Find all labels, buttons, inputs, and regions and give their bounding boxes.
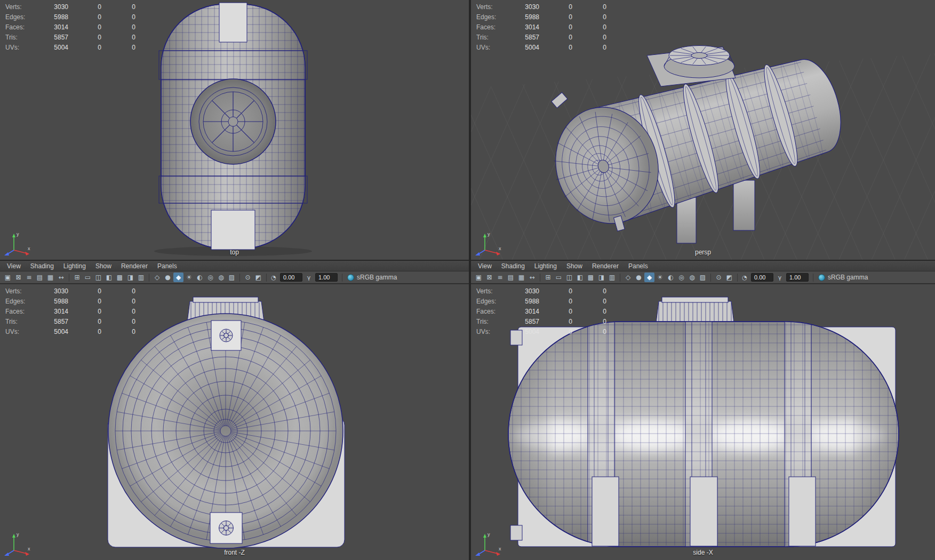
- menu-lighting[interactable]: Lighting: [59, 262, 91, 270]
- exposure-field[interactable]: 0.00: [751, 273, 773, 282]
- shaded-icon[interactable]: ●: [634, 273, 644, 282]
- camera-attributes-icon[interactable]: ≡: [24, 273, 34, 282]
- menu-view[interactable]: View: [473, 262, 497, 270]
- use-all-lights-icon[interactable]: ☀: [655, 273, 665, 282]
- pan-zoom-icon[interactable]: ↔: [527, 273, 537, 282]
- gamma-icon[interactable]: γ: [776, 274, 784, 281]
- menu-renderer[interactable]: Renderer: [587, 262, 624, 270]
- textured-icon[interactable]: ◆: [173, 273, 183, 282]
- toolbar-separator: [813, 274, 813, 282]
- xray-icon[interactable]: ◩: [253, 273, 263, 282]
- hud-value: 0: [539, 33, 572, 43]
- toolbar-separator: [710, 274, 711, 282]
- multisample-icon[interactable]: ▨: [698, 273, 708, 282]
- select-camera-icon[interactable]: ▣: [474, 273, 484, 282]
- horizontal-panel-divider[interactable]: [0, 260, 935, 261]
- tank-leg: [677, 197, 696, 243]
- lock-camera-icon[interactable]: ⊠: [484, 273, 494, 282]
- film-gate-icon[interactable]: ▭: [83, 273, 93, 282]
- safe-action-icon[interactable]: ◨: [125, 273, 135, 282]
- menu-view[interactable]: View: [2, 262, 26, 270]
- multisample-icon[interactable]: ▨: [227, 273, 237, 282]
- view-transform-control[interactable]: sRGB gamma: [818, 274, 868, 281]
- exposure-icon[interactable]: ◔: [269, 274, 278, 281]
- hud-value: 0: [539, 2, 572, 12]
- hud-value: 0: [572, 286, 606, 297]
- hud-label: Verts:: [476, 286, 509, 297]
- pan-zoom-icon[interactable]: ↔: [56, 273, 66, 282]
- isolate-select-icon[interactable]: ⊙: [714, 273, 724, 282]
- hud-row-faces: Faces:301400: [476, 307, 606, 317]
- menu-panels[interactable]: Panels: [153, 262, 182, 270]
- menu-lighting[interactable]: Lighting: [530, 262, 562, 270]
- image-plane-icon[interactable]: ▦: [516, 273, 526, 282]
- hud-row-faces: Faces:301400: [5, 307, 135, 317]
- menu-show[interactable]: Show: [91, 262, 116, 270]
- gate-mask-icon[interactable]: ◧: [575, 273, 585, 282]
- shadows-icon[interactable]: ◐: [195, 273, 205, 282]
- viewport-top[interactable]: Verts:303000 Edges:598800 Faces:301400 T…: [0, 0, 469, 260]
- hud-value: 5857: [38, 317, 68, 327]
- gamma-field[interactable]: 1.00: [786, 273, 809, 282]
- use-all-lights-icon[interactable]: ☀: [184, 273, 194, 282]
- film-gate-icon[interactable]: ▭: [554, 273, 564, 282]
- gamma-icon[interactable]: γ: [305, 274, 313, 281]
- textured-icon[interactable]: ◆: [644, 273, 654, 282]
- menu-show[interactable]: Show: [562, 262, 587, 270]
- hud-value: 5988: [509, 12, 539, 22]
- menu-shading[interactable]: Shading: [26, 262, 59, 270]
- wireframe-icon[interactable]: ◇: [623, 273, 633, 282]
- motion-blur-icon[interactable]: ◍: [687, 273, 697, 282]
- resolution-gate-icon[interactable]: ◫: [564, 273, 574, 282]
- grid-icon[interactable]: ⊞: [72, 273, 82, 282]
- field-chart-icon[interactable]: ▩: [586, 273, 596, 282]
- bookmarks-icon[interactable]: ▤: [506, 273, 516, 282]
- menu-panels[interactable]: Panels: [624, 262, 653, 270]
- field-chart-icon[interactable]: ▩: [115, 273, 125, 282]
- hud-value: 5004: [38, 43, 68, 53]
- exposure-icon[interactable]: ◔: [740, 274, 749, 281]
- safe-action-icon[interactable]: ◨: [596, 273, 606, 282]
- hud-value: 0: [539, 12, 572, 22]
- isolate-select-icon[interactable]: ⊙: [243, 273, 253, 282]
- safe-title-icon[interactable]: ▥: [136, 273, 146, 282]
- resolution-gate-icon[interactable]: ◫: [93, 273, 103, 282]
- view-transform-icon: [818, 274, 825, 281]
- viewport-front[interactable]: Verts:303000 Edges:598800 Faces:301400 T…: [0, 284, 469, 560]
- hud-label: Verts:: [476, 2, 509, 12]
- viewport-persp[interactable]: Verts:303000 Edges:598800 Faces:301400 T…: [471, 0, 935, 260]
- cap-rim: [662, 297, 728, 302]
- shadows-icon[interactable]: ◐: [666, 273, 676, 282]
- side-fitting-bottom: [510, 525, 522, 540]
- lock-camera-icon[interactable]: ⊠: [13, 273, 23, 282]
- hud-value: 0: [68, 307, 101, 317]
- gamma-field[interactable]: 1.00: [315, 273, 338, 282]
- gate-mask-icon[interactable]: ◧: [104, 273, 114, 282]
- hud-value: 0: [539, 317, 572, 327]
- xray-icon[interactable]: ◩: [724, 273, 734, 282]
- safe-title-icon[interactable]: ▥: [607, 273, 617, 282]
- hud-row-edges: Edges:598800: [5, 297, 135, 307]
- bookmarks-icon[interactable]: ▤: [35, 273, 45, 282]
- hud-value: 0: [101, 327, 135, 337]
- view-transform-control[interactable]: sRGB gamma: [347, 274, 397, 281]
- screen-space-ao-icon[interactable]: ◎: [676, 273, 686, 282]
- hud-label: UVs:: [5, 327, 38, 337]
- grid-icon[interactable]: ⊞: [543, 273, 553, 282]
- select-camera-icon[interactable]: ▣: [3, 273, 13, 282]
- exposure-field[interactable]: 0.00: [280, 273, 302, 282]
- wireframe-icon[interactable]: ◇: [152, 273, 162, 282]
- vertical-panel-divider[interactable]: [469, 0, 471, 560]
- motion-blur-icon[interactable]: ◍: [216, 273, 226, 282]
- viewport-side[interactable]: Verts:303000 Edges:598800 Faces:301400 T…: [471, 284, 935, 560]
- menu-renderer[interactable]: Renderer: [116, 262, 153, 270]
- hud-value: 0: [572, 43, 606, 53]
- screen-space-ao-icon[interactable]: ◎: [205, 273, 215, 282]
- menu-shading[interactable]: Shading: [497, 262, 530, 270]
- image-plane-icon[interactable]: ▦: [45, 273, 55, 282]
- hud-row-tris: Tris:585700: [476, 317, 606, 327]
- camera-attributes-icon[interactable]: ≡: [495, 273, 505, 282]
- shaded-icon[interactable]: ●: [163, 273, 173, 282]
- tank-model-top-view[interactable]: [158, 3, 308, 250]
- rib-band: [158, 176, 308, 203]
